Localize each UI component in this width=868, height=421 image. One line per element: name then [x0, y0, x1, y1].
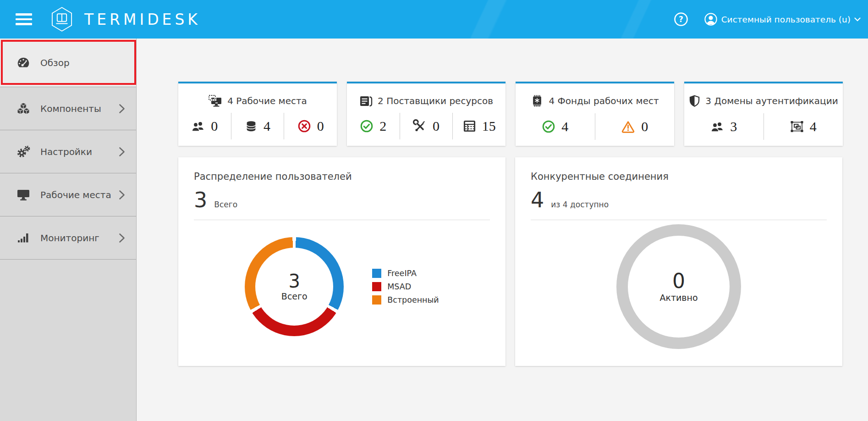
svg-text:?: ? [679, 15, 683, 24]
tools-icon [413, 119, 427, 133]
legend-item-freeipa[interactable]: FreeIPA [372, 269, 439, 278]
gears-icon [16, 145, 30, 158]
donut-center-label: Всего [281, 291, 308, 301]
stat-cell: 2 [347, 113, 400, 139]
chart-title: Конкурентные соединения [531, 171, 827, 182]
stat-value: 3 [730, 119, 737, 134]
stat-value: 15 [482, 118, 496, 134]
stat-value: 4 [810, 119, 817, 134]
sidebar-item-label: Обзор [40, 57, 125, 68]
user-distribution-card: Распределение пользователей 3 Всего 3 Вс… [178, 157, 505, 366]
copy-icon [359, 94, 373, 107]
stat-cell: 0 [400, 113, 453, 139]
chevron-down-icon [854, 17, 861, 22]
sidebar-item-label: Мониторинг [40, 233, 119, 244]
stat-card-workplace-pools[interactable]: 4 Фонды рабочих мест 4 [516, 82, 674, 146]
legend-label: Встроенный [387, 295, 439, 305]
user-distribution-donut: 3 Всего [245, 237, 344, 336]
stat-cell: 4 [231, 113, 284, 139]
stat-cell: 4 [764, 113, 843, 140]
stat-card-resource-providers[interactable]: 2 Поставщики ресурсов 2 [347, 82, 505, 146]
stat-cell: 0 [284, 113, 337, 139]
stats-row: 4 Рабочие места 0 [178, 82, 868, 146]
connections-available-label: из 4 доступно [551, 200, 609, 209]
chart-title: Распределение пользователей [194, 171, 490, 182]
legend-label: MSAD [387, 282, 411, 291]
legend-item-builtin[interactable]: Встроенный [372, 295, 439, 305]
total-users-value: 3 [194, 189, 207, 210]
stat-value: 4 [264, 118, 270, 134]
help-button[interactable]: ? [674, 12, 688, 27]
stat-card-title: 2 Поставщики ресурсов [378, 95, 493, 106]
sidebar-item-settings[interactable]: Настройки [0, 130, 136, 173]
stat-card-workplaces[interactable]: 4 Рабочие места 0 [178, 82, 337, 146]
top-bar: TERMIDESK ? Системный пользователь (u) [0, 0, 868, 39]
users-icon [710, 121, 724, 133]
sidebar-item-monitoring[interactable]: Мониторинг [0, 216, 136, 260]
brand-wordmark: TERMIDESK [84, 11, 201, 28]
object-group-icon [790, 120, 804, 133]
shield-icon [689, 94, 700, 107]
charts-row: Распределение пользователей 3 Всего 3 Вс… [178, 157, 868, 366]
sidebar: Обзор Компоненты [0, 39, 137, 421]
chevron-right-icon [119, 147, 125, 157]
dashboard-icon [16, 56, 30, 69]
cubes-icon [16, 102, 30, 115]
legend-swatch [372, 282, 381, 291]
stat-cell: 0 [595, 113, 675, 140]
sidebar-item-label: Рабочие места [40, 189, 119, 200]
legend-swatch [372, 295, 381, 305]
check-circle-icon [360, 119, 374, 133]
donut-center-value: 3 [289, 272, 300, 290]
sidebar-item-label: Настройки [40, 146, 119, 157]
ring-center-value: 0 [672, 271, 685, 291]
bar-chart-icon [17, 233, 29, 244]
stat-value: 2 [379, 118, 386, 134]
chevron-right-icon [119, 104, 125, 114]
monitor-icon [16, 189, 30, 201]
termidesk-dashboard: TERMIDESK ? Системный пользователь (u) [0, 0, 868, 421]
connections-ring: 0 Активно [616, 224, 741, 349]
stat-card-auth-domains[interactable]: 3 Домены аутентификации 3 [684, 82, 843, 146]
total-users-label: Всего [214, 200, 237, 209]
chevron-right-icon [119, 233, 125, 243]
sidebar-item-label: Компоненты [40, 103, 119, 114]
main-content: 4 Рабочие места 0 [137, 39, 868, 421]
stat-card-title: 4 Фонды рабочих мест [549, 95, 659, 106]
stat-cell: 0 [178, 113, 231, 139]
microchip-icon [531, 94, 544, 107]
sidebar-item-components[interactable]: Компоненты [0, 87, 136, 130]
chart-legend: FreeIPA MSAD Встроенный [372, 265, 439, 309]
brand[interactable]: TERMIDESK [50, 6, 201, 33]
stat-value: 0 [317, 118, 324, 134]
stat-value: 4 [561, 119, 568, 134]
stat-card-title: 4 Рабочие места [227, 95, 307, 106]
monitor-dashed-icon [208, 94, 222, 107]
question-circle-icon: ? [674, 12, 688, 27]
circle-x-icon [297, 119, 311, 133]
legend-item-msad[interactable]: MSAD [372, 282, 439, 291]
stat-value: 0 [433, 118, 439, 134]
stat-cell: 4 [516, 113, 595, 140]
check-circle-icon [542, 120, 555, 133]
user-avatar-icon [704, 12, 718, 26]
table-icon [463, 120, 476, 133]
concurrent-connections-card: Конкурентные соединения 4 из 4 доступно … [515, 157, 842, 366]
legend-swatch [372, 269, 381, 278]
connections-available-value: 4 [531, 189, 544, 210]
sidebar-item-workplaces[interactable]: Рабочие места [0, 173, 136, 216]
stat-cell: 3 [684, 113, 764, 140]
stat-card-title: 3 Домены аутентификации [705, 95, 838, 106]
stat-value: 0 [211, 118, 218, 134]
hamburger-menu-icon[interactable] [16, 11, 32, 28]
user-menu[interactable]: Системный пользователь (u) [704, 12, 861, 26]
stat-cell: 15 [452, 113, 505, 139]
chevron-right-icon [119, 190, 125, 200]
users-icon [191, 121, 205, 132]
donut-center: 3 Всего [245, 237, 344, 336]
sidebar-item-overview[interactable]: Обзор [0, 39, 136, 87]
stat-value: 0 [641, 119, 648, 134]
warning-triangle-icon [621, 120, 635, 133]
legend-label: FreeIPA [387, 269, 417, 278]
user-name: Системный пользователь (u) [721, 15, 851, 24]
